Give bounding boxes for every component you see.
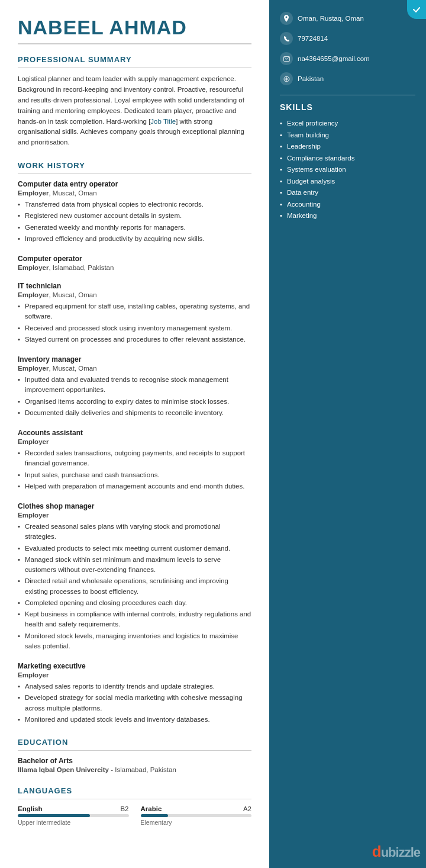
- employer-label: Employer: [18, 671, 49, 679]
- list-item: Input sales, purchase and cash transacti…: [18, 470, 251, 480]
- lang-bar-fill: [141, 814, 169, 817]
- job-title: Computer operator: [18, 255, 251, 263]
- skill-item: Compliance standards: [280, 153, 415, 165]
- list-item: Kept business in compliance with interna…: [18, 609, 251, 630]
- phone-svg-icon: [283, 36, 290, 42]
- work-history-divider: [18, 173, 251, 174]
- envelope-icon: [283, 56, 290, 62]
- edu-degree: Bachelor of Arts: [18, 757, 251, 765]
- list-item: Completed opening and closing procedures…: [18, 598, 251, 608]
- employer-label: Employer: [18, 291, 49, 298]
- skill-item: Systems evaluation: [280, 164, 415, 176]
- job-employer: Employer: [18, 671, 251, 679]
- job-block: Computer data entry operatorEmployer, Mu…: [18, 180, 251, 244]
- education-container: Bachelor of ArtsIllama Iqbal Open Univer…: [18, 757, 251, 773]
- language-item: English B2 Upper intermediate: [18, 805, 129, 826]
- job-employer: Employer, Muscat, Oman: [18, 189, 251, 197]
- lang-bar-background: [18, 814, 129, 817]
- lang-level-label: Elementary: [141, 819, 252, 826]
- skills-title: SKILLS: [280, 102, 415, 112]
- languages-container: English B2 Upper intermediate Arabic A2 …: [18, 805, 251, 826]
- job-block: Computer operatorEmployer, Islamabad, Pa…: [18, 255, 251, 271]
- job-title: IT technician: [18, 282, 251, 290]
- skill-item: Budget analysis: [280, 176, 415, 188]
- lang-name: English: [18, 805, 43, 812]
- work-history-title: WORK HISTORY: [18, 161, 251, 170]
- location-item: Oman, Rustaq, Oman: [280, 12, 415, 25]
- job-title: Clothes shop manager: [18, 502, 251, 510]
- job-block: Accounts assistantEmployerRecorded sales…: [18, 429, 251, 491]
- job-bullets: Transferred data from physical copies to…: [18, 200, 251, 244]
- dubizzle-watermark: dubizzle: [372, 843, 420, 861]
- phone-icon: [280, 32, 293, 45]
- list-item: Generated weekly and monthly reports for…: [18, 223, 251, 233]
- list-item: Prepared equipment for staff use, instal…: [18, 301, 251, 322]
- job-block: Clothes shop managerEmployerCreated seas…: [18, 502, 251, 651]
- job-employer: Employer, Muscat, Oman: [18, 365, 251, 372]
- education-divider: [18, 750, 251, 751]
- job-employer: Employer, Muscat, Oman: [18, 291, 251, 298]
- list-item: Documented daily deliveries and shipment…: [18, 408, 251, 418]
- skill-item: Marketing: [280, 210, 415, 222]
- lang-name-row: English B2: [18, 805, 129, 812]
- education-section: EDUCATION Bachelor of ArtsIllama Iqbal O…: [18, 738, 251, 773]
- job-title: Accounts assistant: [18, 429, 251, 437]
- jobs-container: Computer data entry operatorEmployer, Mu…: [18, 180, 251, 725]
- pin-icon: [283, 15, 289, 22]
- list-item: Received and processed stock using inven…: [18, 323, 251, 333]
- job-employer: Employer, Islamabad, Pakistan: [18, 264, 251, 271]
- skills-list: Excel proficiencyTeam buildingLeadership…: [280, 118, 415, 222]
- flag-icon: [283, 76, 290, 82]
- job-employer: Employer: [18, 512, 251, 519]
- language-row: English B2 Upper intermediate Arabic A2 …: [18, 805, 251, 826]
- job-bullets: Analysed sales reports to identify trend…: [18, 681, 251, 725]
- checkmark-icon: [412, 5, 421, 14]
- job-bullets: Created seasonal sales plans with varyin…: [18, 522, 251, 651]
- name-divider: [18, 43, 251, 44]
- nationality-item: Pakistan: [280, 72, 415, 85]
- job-bullets: Inputted data and evaluated trends to re…: [18, 375, 251, 418]
- right-column: Oman, Rustaq, Oman 79724814 na4364655@gm…: [269, 0, 426, 868]
- lang-bar-background: [141, 814, 252, 817]
- lang-bar-fill: [18, 814, 90, 817]
- education-block: Bachelor of ArtsIllama Iqbal Open Univer…: [18, 757, 251, 773]
- employer-label: Employer: [18, 512, 49, 519]
- nationality-text: Pakistan: [298, 72, 324, 83]
- list-item: Helped with preparation of management ac…: [18, 481, 251, 491]
- skill-item: Leadership: [280, 141, 415, 153]
- summary-title: PROFESSIONAL SUMMARY: [18, 55, 251, 64]
- right-divider: [280, 95, 415, 95]
- top-corner-icon: [407, 0, 426, 19]
- job-bullets: Prepared equipment for staff use, instal…: [18, 301, 251, 345]
- languages-divider: [18, 799, 251, 799]
- list-item: Recorded sales transactions, outgoing pa…: [18, 448, 251, 469]
- job-title-placeholder: Job Title: [150, 118, 176, 125]
- lang-level-label: Upper intermediate: [18, 819, 129, 826]
- list-item: Monitored and updated stock levels and i…: [18, 715, 251, 725]
- list-item: Created seasonal sales plans with varyin…: [18, 522, 251, 542]
- skill-item: Excel proficiency: [280, 118, 415, 130]
- summary-text: Logistical planner and team leader with …: [18, 74, 251, 148]
- list-item: Inputted data and evaluated trends to re…: [18, 375, 251, 396]
- lang-code: B2: [120, 805, 128, 812]
- lang-code: A2: [243, 805, 251, 812]
- list-item: Improved efficiency and productivity by …: [18, 234, 251, 244]
- email-icon: [280, 52, 293, 65]
- list-item: Developed strategy for social media mark…: [18, 693, 251, 713]
- languages-title: LANGUAGES: [18, 786, 251, 795]
- job-block: Marketing executiveEmployerAnalysed sale…: [18, 662, 251, 725]
- employer-label: Employer: [18, 365, 49, 372]
- job-title: Inventory manager: [18, 355, 251, 364]
- lang-name-row: Arabic A2: [141, 805, 252, 812]
- list-item: Transferred data from physical copies to…: [18, 200, 251, 210]
- job-title: Marketing executive: [18, 662, 251, 670]
- employer-label: Employer: [18, 189, 49, 197]
- email-text: na4364655@gmail.com: [298, 52, 370, 63]
- employer-label: Employer: [18, 438, 49, 445]
- list-item: Organised items according to expiry date…: [18, 397, 251, 407]
- institution-name: Illama Iqbal Open Univercity: [18, 766, 109, 773]
- list-item: Directed retail and wholesale operations…: [18, 576, 251, 597]
- location-icon: [280, 12, 293, 25]
- job-block: IT technicianEmployer, Muscat, OmanPrepa…: [18, 282, 251, 345]
- language-item: Arabic A2 Elementary: [141, 805, 252, 826]
